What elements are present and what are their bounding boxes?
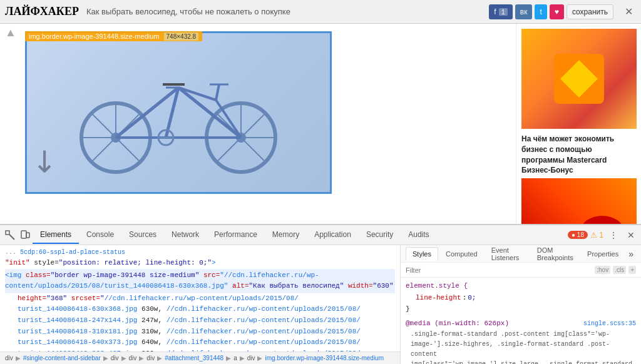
tab-memory[interactable]: Memory [265, 226, 307, 244]
sidebar-article-2-thumb [521, 178, 637, 224]
devtools-panel: Elements Console Sources Network Perform… [0, 224, 641, 364]
sidebar: На чём может экономить бизнес с помощью … [516, 24, 641, 224]
tab-computed[interactable]: Computed [439, 248, 484, 260]
scroll-up-icon[interactable]: ▲ [5, 26, 16, 39]
svg-line-19 [178, 88, 241, 138]
svg-line-5 [91, 113, 116, 138]
styles-filter-input[interactable] [406, 266, 592, 274]
tab-dom-breakpoints[interactable]: DOM Breakpoints [531, 245, 580, 264]
styles-panel: Styles Computed Event Listeners DOM Brea… [400, 245, 641, 364]
line-height-rule: line-height : 0; [406, 292, 636, 304]
media-query-line: @media (min-width: 626px) single.scss:35 [406, 318, 636, 330]
css-selector-line1: .single-format-standard .post-content im… [411, 330, 636, 340]
main-content: ▲ img.border.wp-image-391448.size-medium… [0, 24, 516, 224]
svg-line-16 [217, 138, 241, 162]
breadcrumb-item-div1[interactable]: div [5, 355, 13, 361]
tab-event-listeners[interactable]: Event Listeners [485, 245, 530, 264]
svg-line-32 [9, 235, 14, 240]
breadcrumb-item-div5[interactable]: div [247, 355, 255, 361]
devtools-body: ... 5cdp:60-sspl-ad-place-status "init" … [0, 245, 641, 364]
breadcrumb-item-single[interactable]: #single-content-and-sidebar [23, 355, 101, 361]
facebook-button[interactable]: f 1 [489, 4, 512, 19]
html-prefix-line: ... 5cdp:60-sspl-ad-place-status [5, 248, 395, 258]
twitter-button[interactable]: t [535, 4, 546, 19]
bike-image: ↗ [25, 31, 332, 194]
breadcrumb-item-div3[interactable]: div [129, 355, 137, 361]
more-options-icon[interactable]: ⋮ [606, 228, 621, 243]
breadcrumb-item-div4[interactable]: div [146, 355, 155, 361]
image-container: img.border.wp-image-391448.size-medium 7… [25, 31, 332, 194]
close-devtools-icon[interactable]: ✕ [623, 228, 638, 243]
sidebar-article-1: На чём может экономить бизнес с помощью … [521, 134, 636, 176]
sidebar-ad [521, 29, 637, 129]
inspect-element-icon[interactable] [3, 228, 18, 243]
styles-filter-bar: :hov .cls + [401, 263, 641, 278]
tab-network[interactable]: Network [164, 226, 207, 244]
element-style-block: element.style { line-height : 0; } [406, 280, 636, 315]
social-buttons: f 1 вк t ♥ сохранить ✕ [489, 4, 636, 19]
html-srcset-line2: turist_1440086418-247x144.jpg 247w, //cd… [5, 315, 395, 326]
site-tagline: Как выбрать велосипед, чтобы не пожалеть… [86, 7, 489, 16]
tab-security[interactable]: Security [359, 226, 401, 244]
vk-button[interactable]: вк [515, 4, 533, 19]
css-selector-line2: image-'].size-highres, .single-format-st… [411, 340, 636, 360]
html-code-area[interactable]: ... 5cdp:60-sspl-ad-place-status "init" … [0, 245, 400, 351]
svg-rect-31 [6, 231, 9, 235]
tab-elements[interactable]: Elements [33, 226, 79, 244]
html-srcset-line1: turist_1440086418-630x368.jpg 630w, //cd… [5, 304, 395, 315]
error-count-badge: ● 18 [568, 231, 588, 239]
element-style-header: element.style { [406, 280, 636, 292]
warning-count-badge: ⚠ 1 [590, 231, 603, 240]
media-query-rules: .single-format-standard .post-content im… [406, 330, 636, 364]
css-selector-line3: img[class*='wp-image-'].size-large, .sin… [411, 360, 636, 364]
html-srcset-line3: turist_1440086418-310x181.jpg 310w, //cd… [5, 326, 395, 338]
html-srcset-line4: turist_1440086418-640x373.jpg 640w, //cd… [5, 337, 395, 348]
svg-line-25 [216, 84, 219, 100]
hov-hint[interactable]: :hov [595, 266, 610, 274]
more-styles-icon[interactable]: » [626, 249, 636, 259]
styles-filter-hints: :hov .cls + [595, 266, 636, 274]
breadcrumb-item-img[interactable]: img.border.wp-image-391448.size-medium [265, 355, 384, 361]
twitter-icon: t [540, 8, 541, 16]
tooltip-dimensions: 748×432.8 [164, 33, 199, 41]
breadcrumb-item-attachment[interactable]: #attachment_391448 [165, 355, 223, 361]
heart-button[interactable]: ♥ [550, 4, 564, 19]
tab-application[interactable]: Application [307, 226, 359, 244]
close-button[interactable]: ✕ [621, 4, 636, 19]
html-init-line: "init" style="position: relative; line-h… [5, 258, 395, 269]
save-label: сохранить [572, 8, 608, 16]
tab-sources[interactable]: Sources [121, 226, 164, 244]
breadcrumb-item-a[interactable]: a [233, 355, 237, 361]
svg-line-8 [116, 138, 140, 162]
breadcrumb: div ▶ #single-content-and-sidebar ▶ div … [5, 355, 384, 361]
plus-hint[interactable]: + [628, 266, 636, 274]
tab-performance[interactable]: Performance [207, 226, 265, 244]
tab-styles[interactable]: Styles [406, 247, 438, 261]
page-content: ▲ img.border.wp-image-391448.size-medium… [0, 24, 641, 224]
devtools-right-controls: ● 18 ⚠ 1 ⋮ ✕ [568, 228, 638, 243]
sidebar-article-1-title: На чём может экономить бизнес с помощью … [521, 134, 636, 176]
devtools-statusbar: div ▶ #single-content-and-sidebar ▶ div … [0, 351, 400, 364]
heart-icon: ♥ [555, 8, 559, 16]
facebook-icon: f [494, 8, 496, 16]
breadcrumb-item-div2[interactable]: div [111, 355, 119, 361]
bicycle-svg [53, 50, 304, 175]
tooltip-element-path: img.border.wp-image-391448.size-medium [29, 33, 159, 40]
vk-icon: вк [520, 8, 528, 16]
tab-console[interactable]: Console [79, 226, 121, 244]
html-height-line: height="368" srcset="//cdn.lifehacker.ru… [5, 293, 395, 305]
svg-rect-34 [26, 233, 29, 238]
svg-line-15 [241, 113, 265, 138]
html-panel: ... 5cdp:60-sspl-ad-place-status "init" … [0, 245, 400, 364]
browser-toolbar: ЛАЙФХАКЕР Как выбрать велосипед, чтобы н… [0, 0, 641, 24]
element-style-close: } [406, 303, 636, 315]
tab-properties[interactable]: Properties [581, 248, 625, 260]
site-logo: ЛАЙФХАКЕР [5, 5, 79, 18]
devtools-tabs-bar: Elements Console Sources Network Perform… [0, 225, 641, 245]
img-element-line: <img class="border wp-image-391448 size-… [5, 269, 395, 293]
save-button[interactable]: сохранить [567, 4, 613, 19]
cls-hint[interactable]: .cls [613, 266, 626, 274]
device-toolbar-icon[interactable] [18, 228, 33, 243]
svg-rect-33 [21, 231, 26, 238]
tab-audits[interactable]: Audits [401, 226, 436, 244]
